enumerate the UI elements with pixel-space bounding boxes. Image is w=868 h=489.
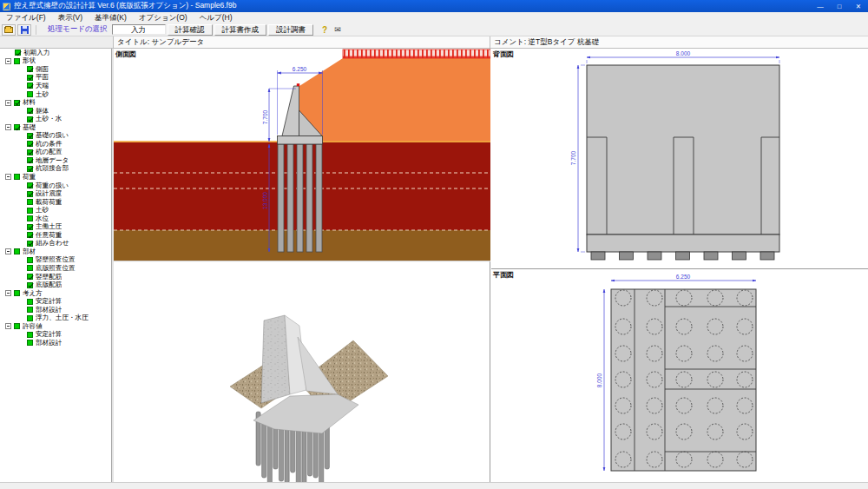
- tree-item-30[interactable]: 安定計算: [0, 297, 111, 306]
- tree-item-5[interactable]: 土砂: [0, 90, 111, 99]
- checkbox-icon[interactable]: [27, 199, 33, 205]
- tree-item-35[interactable]: 部材設計: [0, 339, 111, 347]
- help-icon[interactable]: ?: [322, 25, 327, 35]
- tree-item-14[interactable]: 杭頭接合部: [0, 165, 111, 174]
- checkbox-icon[interactable]: [27, 191, 33, 197]
- tree-item-20[interactable]: 水位: [0, 215, 111, 223]
- checkbox-icon[interactable]: [27, 224, 33, 230]
- checkbox-icon[interactable]: [27, 307, 33, 313]
- tree-item-28[interactable]: 底版配筋: [0, 281, 111, 289]
- checkbox-icon[interactable]: [27, 274, 33, 280]
- tree-item-34[interactable]: 安定計算: [0, 331, 111, 340]
- collapse-icon[interactable]: [5, 174, 11, 180]
- collapse-icon[interactable]: [5, 323, 11, 329]
- menu-options[interactable]: オプション(O): [133, 13, 194, 23]
- tree-item-26[interactable]: 底版照査位置: [0, 264, 111, 273]
- tree-item-10[interactable]: 基礎の扱い: [0, 131, 111, 140]
- checkbox-icon[interactable]: [27, 108, 33, 114]
- tree-item-9[interactable]: 基礎: [0, 123, 111, 132]
- checkbox-icon[interactable]: [27, 141, 33, 147]
- tree-item-4[interactable]: 天端: [0, 82, 111, 90]
- checkbox-icon[interactable]: [27, 282, 33, 288]
- checkbox-icon[interactable]: [27, 91, 33, 97]
- tree-item-8[interactable]: 土砂・水: [0, 115, 111, 123]
- mode-value-field[interactable]: 入力: [112, 24, 166, 35]
- menu-file[interactable]: ファイル(F): [0, 13, 52, 23]
- mail-icon[interactable]: ✉: [334, 25, 341, 34]
- checkbox-icon[interactable]: [27, 83, 33, 89]
- checkbox-icon[interactable]: [27, 241, 33, 247]
- rear-view-pane[interactable]: 背面図 8.000 7.700: [491, 49, 868, 269]
- checkbox-icon[interactable]: [27, 157, 33, 163]
- tree-item-22[interactable]: 任意荷重: [0, 231, 111, 240]
- checkbox-icon[interactable]: [14, 100, 20, 106]
- checkbox-icon[interactable]: [27, 232, 33, 238]
- tree-item-6[interactable]: 材料: [0, 98, 111, 107]
- menu-help[interactable]: ヘルプ(H): [194, 13, 239, 23]
- checkbox-icon[interactable]: [14, 174, 20, 180]
- checkbox-icon[interactable]: [15, 50, 21, 56]
- checkbox-icon[interactable]: [27, 66, 33, 72]
- tree-item-16[interactable]: 荷重の扱い: [0, 182, 111, 190]
- tree-item-11[interactable]: 杭の条件: [0, 140, 111, 149]
- calc-check-button[interactable]: 計算確認: [168, 24, 213, 36]
- tree-item-label: 許容値: [23, 322, 43, 331]
- tree-item-33[interactable]: 許容値: [0, 322, 111, 331]
- tree-item-21[interactable]: 主働土圧: [0, 222, 111, 231]
- maximize-icon[interactable]: □: [830, 0, 849, 12]
- checkbox-icon[interactable]: [27, 166, 33, 172]
- checkbox-icon[interactable]: [27, 265, 33, 271]
- tree-item-7[interactable]: 躯体: [0, 107, 111, 116]
- tree-item-1[interactable]: 形状: [0, 57, 111, 66]
- tree-item-17[interactable]: 設計震度: [0, 189, 111, 198]
- tree-item-label: 水位: [36, 215, 49, 223]
- checkbox-icon[interactable]: [27, 75, 33, 81]
- checkbox-icon[interactable]: [27, 208, 33, 214]
- tree-item-13[interactable]: 地層データ: [0, 156, 111, 165]
- tree-item-18[interactable]: 載荷荷重: [0, 198, 111, 207]
- checkbox-icon[interactable]: [27, 133, 33, 139]
- menu-view[interactable]: 表示(V): [52, 13, 89, 23]
- checkbox-icon[interactable]: [27, 149, 33, 155]
- tree-item-32[interactable]: 浮力、土圧・水圧: [0, 314, 111, 323]
- collapse-icon[interactable]: [5, 248, 11, 254]
- checkbox-icon[interactable]: [27, 257, 33, 263]
- tree-item-27[interactable]: 竪壁配筋: [0, 273, 111, 281]
- checkbox-icon[interactable]: [27, 182, 33, 188]
- checkbox-icon[interactable]: [27, 299, 33, 305]
- open-file-button[interactable]: [2, 24, 16, 36]
- checkbox-icon[interactable]: [14, 323, 20, 329]
- checkbox-icon[interactable]: [14, 290, 20, 296]
- tree-item-23[interactable]: 組み合わせ: [0, 240, 111, 248]
- side-view-pane[interactable]: 側面図: [114, 49, 490, 482]
- tree-item-12[interactable]: 杭の配置: [0, 149, 111, 157]
- collapse-icon[interactable]: [5, 100, 11, 106]
- checkbox-icon[interactable]: [14, 248, 20, 254]
- close-icon[interactable]: ✕: [849, 0, 868, 12]
- tree-item-29[interactable]: 考え方: [0, 289, 111, 298]
- design-record-button[interactable]: 設計調書: [268, 24, 313, 36]
- checkbox-icon[interactable]: [27, 340, 33, 346]
- menu-standard-values[interactable]: 基準値(K): [89, 13, 133, 23]
- tree-item-25[interactable]: 竪壁照査位置: [0, 256, 111, 265]
- tree-item-31[interactable]: 部材設計: [0, 306, 111, 314]
- collapse-icon[interactable]: [5, 124, 11, 130]
- plan-view-pane[interactable]: 平面図 6.250 8.000: [491, 269, 868, 482]
- tree-item-15[interactable]: 荷重: [0, 173, 111, 182]
- tree-item-3[interactable]: 平面: [0, 74, 111, 83]
- checkbox-icon[interactable]: [27, 315, 33, 321]
- checkbox-icon[interactable]: [14, 58, 20, 64]
- tree-item-24[interactable]: 部材: [0, 248, 111, 256]
- checkbox-icon[interactable]: [27, 116, 33, 122]
- report-create-button[interactable]: 計算書作成: [214, 24, 267, 36]
- collapse-icon[interactable]: [5, 290, 11, 296]
- save-file-button[interactable]: [17, 24, 31, 36]
- minimize-icon[interactable]: —: [811, 0, 830, 12]
- checkbox-icon[interactable]: [27, 215, 33, 221]
- collapse-icon[interactable]: [5, 58, 11, 64]
- tree-item-19[interactable]: 土砂: [0, 206, 111, 215]
- tree-item-2[interactable]: 側面: [0, 65, 111, 74]
- checkbox-icon[interactable]: [14, 124, 20, 130]
- checkbox-icon[interactable]: [27, 332, 33, 338]
- tree-item-0[interactable]: 初期入力: [0, 49, 111, 57]
